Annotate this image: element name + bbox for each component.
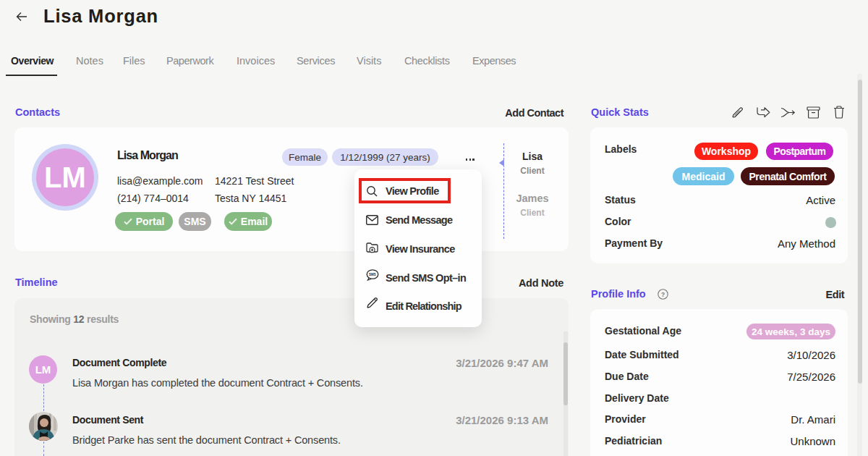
- svg-text:SMS: SMS: [369, 273, 376, 276]
- svg-text:?: ?: [661, 291, 665, 298]
